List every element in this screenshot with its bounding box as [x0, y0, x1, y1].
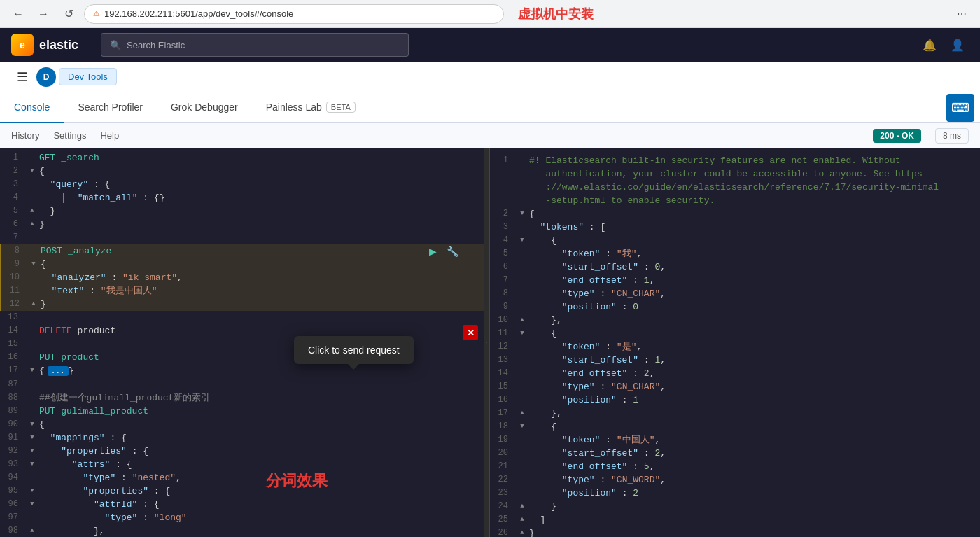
result-line-13: 13 "start_offset" : 1,: [490, 354, 980, 367]
result-line-14: 14 "end_offset" : 2,: [490, 367, 980, 380]
result-line-6: 6 "start_offset" : 0,: [490, 260, 980, 274]
code-editor[interactable]: 1 GET _search 2 ▼ { 3 "query" : { 4 │ ": [0, 148, 489, 537]
editor-line-89: 89 PUT gulimall_product: [0, 405, 489, 418]
devtools-tabs: Console Search Profiler Grok Debugger Pa…: [0, 92, 980, 123]
result-line-cont1: authentication, your cluster could be ac…: [490, 167, 980, 181]
wrench-button[interactable]: 🔧: [444, 244, 461, 258]
address-text: 192.168.202.211:5601/app/dev_tools#/cons…: [104, 8, 293, 19]
editor-line-98: 98 ▲ },: [0, 524, 489, 537]
tab-grok-debugger[interactable]: Grok Debugger: [157, 92, 252, 123]
forward-button[interactable]: →: [34, 4, 53, 24]
elastic-logo-icon: e: [11, 34, 34, 56]
run-button[interactable]: ▶: [426, 244, 440, 258]
editor-line-95: 95 ▼ "properties" : {: [0, 484, 489, 498]
editor-line-15: 15: [0, 337, 489, 351]
result-line-11: 11 ▼ {: [490, 327, 980, 340]
editor-line-92: 92 ▼ "properties" : {: [0, 445, 489, 458]
result-content: 1 #! Elasticsearch built-in security fea…: [490, 151, 980, 537]
editor-line-4: 4 │ "match_all" : {}: [0, 191, 489, 204]
editor-line-8: 8 POST _analyze ▶ 🔧: [0, 244, 489, 258]
result-line-4: 4 ▼ {: [490, 234, 980, 247]
search-placeholder: Search Elastic: [127, 40, 185, 50]
close-result-button[interactable]: ✕: [463, 325, 478, 340]
browser-chrome: ← → ↺ ⚠ 192.168.202.211:5601/app/dev_too…: [0, 0, 980, 28]
console-main: 1 GET _search 2 ▼ { 3 "query" : { 4 │ ": [0, 148, 980, 537]
hamburger-menu-button[interactable]: ☰: [11, 66, 34, 88]
result-line-5: 5 "token" : "我",: [490, 247, 980, 260]
console-toolbar: History Settings Help 200 - OK 8 ms: [0, 123, 980, 148]
tab-painless-lab[interactable]: Painless Lab BETA: [252, 92, 370, 123]
result-line-22: 22 "type" : "CN_WORD",: [490, 473, 980, 487]
result-line-23: 23 "position" : 2: [490, 487, 980, 500]
result-line-2: 2 ▼ {: [490, 207, 980, 221]
editor-line-17: 17 ▼ {...}: [0, 364, 489, 378]
result-line-16: 16 "position" : 1: [490, 393, 980, 407]
security-warning-icon: ⚠: [93, 9, 100, 18]
divider-icon: ⋮: [483, 339, 491, 347]
editor-line-11: 11 "text" : "我是中国人": [0, 284, 489, 298]
history-button[interactable]: History: [11, 130, 39, 141]
editor-line-96: 96 ▼ "attrId" : {: [0, 498, 489, 511]
result-line-cont3: -setup.html to enable security.: [490, 194, 980, 207]
help-button[interactable]: Help: [100, 130, 119, 141]
tab-search-profiler[interactable]: Search Profiler: [64, 92, 157, 123]
editor-line-1: 1 GET _search: [0, 151, 489, 165]
editor-line-13: 13: [0, 311, 489, 324]
result-line-cont2: ://www.elastic.co/guide/en/elasticsearch…: [490, 181, 980, 194]
tab-console[interactable]: Console: [0, 92, 64, 123]
send-request-tooltip: Click to send request: [294, 336, 414, 364]
close-icon: ✕: [467, 328, 475, 338]
editor-line-97: 97 "type" : "long": [0, 511, 489, 524]
editor-line-87: 87: [0, 378, 489, 391]
editor-line-6: 6 ▲ }: [0, 218, 489, 231]
result-line-12: 12 "token" : "是",: [490, 340, 980, 354]
result-line-24: 24 ▲ }: [490, 500, 980, 513]
elastic-logo[interactable]: e elastic: [11, 34, 78, 56]
send-request-label: Click to send request: [308, 344, 400, 356]
elastic-logo-text: elastic: [39, 38, 78, 53]
result-line-21: 21 "end_offset" : 5,: [490, 460, 980, 473]
extensions-button[interactable]: ⋯: [952, 4, 972, 24]
user-menu-button[interactable]: 👤: [946, 34, 969, 56]
kibana-toolbar: ☰ D Dev Tools: [0, 62, 980, 92]
dev-tools-badge[interactable]: Dev Tools: [59, 68, 117, 85]
result-line-20: 20 "start_offset" : 2,: [490, 447, 980, 460]
editor-pane[interactable]: 1 GET _search 2 ▼ { 3 "query" : { 4 │ ": [0, 148, 490, 537]
time-badge: 8 ms: [935, 128, 969, 144]
back-button[interactable]: ←: [8, 4, 28, 24]
result-line-10: 10 ▲ },: [490, 314, 980, 327]
result-line-18: 18 ▼ {: [490, 420, 980, 433]
editor-line-16: 16 PUT product: [0, 351, 489, 364]
result-line-26: 26 ▲ }: [490, 526, 980, 537]
pane-divider[interactable]: ⋮: [484, 148, 489, 537]
result-line-3: 3 "tokens" : [: [490, 221, 980, 234]
status-badge: 200 - OK: [873, 129, 921, 143]
keyboard-shortcuts-button[interactable]: ⌨: [946, 94, 974, 122]
editor-line-5: 5 ▲ }: [0, 204, 489, 218]
result-pane[interactable]: 1 #! Elasticsearch built-in security fea…: [490, 148, 980, 537]
editor-line-10: 10 "analyzer" : "ik_smart",: [0, 271, 489, 284]
editor-line-14: 14 DELETE product: [0, 324, 489, 337]
elastic-header-actions: 🔔 👤: [918, 34, 969, 56]
reload-button[interactable]: ↺: [59, 4, 78, 24]
result-line-25: 25 ▲ ]: [490, 513, 980, 526]
browser-actions: ⋯: [952, 4, 972, 24]
user-avatar[interactable]: D: [36, 67, 56, 87]
address-bar[interactable]: ⚠ 192.168.202.211:5601/app/dev_tools#/co…: [84, 4, 504, 24]
result-line-19: 19 "token" : "中国人",: [490, 433, 980, 447]
editor-line-94: 94 "type" : "nested",: [0, 471, 489, 484]
elastic-search-bar[interactable]: 🔍 Search Elastic: [101, 33, 409, 57]
editor-line-9: 9 ▼ {: [0, 258, 489, 271]
editor-line-2: 2 ▼ {: [0, 165, 489, 178]
result-line-8: 8 "type" : "CN_CHAR",: [490, 287, 980, 300]
search-icon: 🔍: [110, 40, 121, 50]
settings-button[interactable]: Settings: [53, 130, 86, 141]
editor-line-90: 90 ▼ {: [0, 418, 489, 431]
editor-line-3: 3 "query" : {: [0, 178, 489, 191]
beta-badge: BETA: [326, 102, 356, 113]
elastic-header: e elastic 🔍 Search Elastic 🔔 👤: [0, 28, 980, 62]
annotation-text: 虚拟机中安装: [518, 6, 594, 22]
line-actions: ▶ 🔧: [426, 244, 461, 258]
result-line-17: 17 ▲ },: [490, 407, 980, 420]
notifications-button[interactable]: 🔔: [918, 34, 941, 56]
